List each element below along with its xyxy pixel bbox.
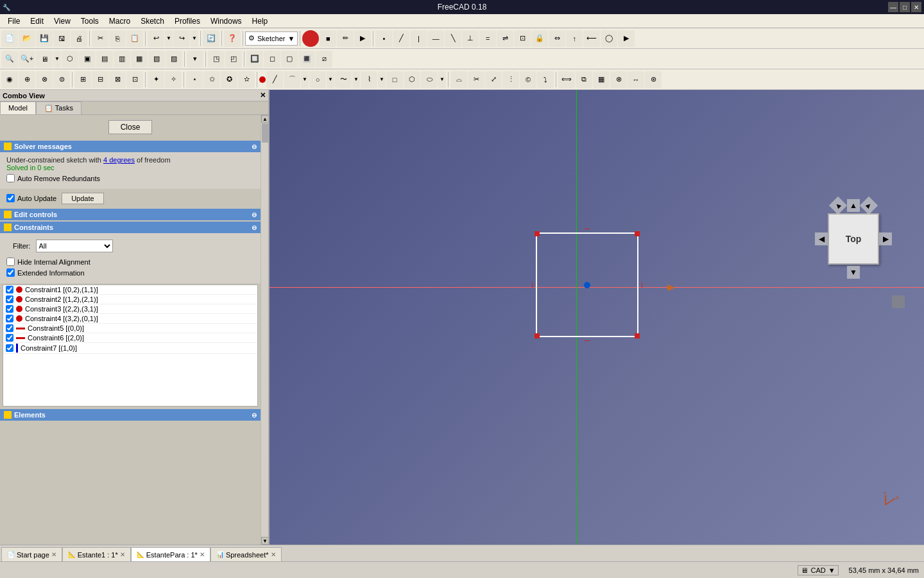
tab-estante1[interactable]: 📐 Estante1 : 1* ✕ [62,547,131,561]
hide-internal-checkbox[interactable] [6,258,15,266]
menu-macro[interactable]: Macro [104,15,135,27]
filter-dropdown[interactable]: All Normal Construction External [36,240,113,252]
hfix-button[interactable]: ⇔ [549,30,565,47]
sketch-tool-10[interactable]: ✧ [165,71,182,88]
move-btn[interactable]: ↔ [628,71,644,88]
tab-tasks[interactable]: 📋 Tasks [36,101,81,114]
select-button[interactable]: ▾ [187,51,203,67]
tab-start-page[interactable]: 📄 Start page ✕ [1,547,62,561]
estante1-close[interactable]: ✕ [120,551,125,558]
extended-info-checkbox[interactable] [6,268,15,277]
constraint-1-checkbox[interactable] [6,286,13,293]
circle-dropdown[interactable]: ▼ [327,71,334,88]
constraint-3-checkbox[interactable] [6,305,13,313]
polygon-tool[interactable]: ⬡ [404,71,420,88]
menu-file[interactable]: File [3,15,25,27]
undo-dropdown[interactable]: ▼ [165,30,173,47]
print-button[interactable]: 🖨 [71,30,87,47]
diag1-button[interactable]: ╲ [445,30,461,47]
point-button[interactable]: • [375,30,392,47]
sketch-extra-btn[interactable]: ⊛ [645,71,662,88]
stop-button[interactable] [302,30,319,47]
edit-controls-collapse-icon[interactable]: ⊖ [252,211,257,218]
orient-up-arrow[interactable]: ▲ [847,199,860,212]
vscroll-up-arrow[interactable]: ▲ [261,115,268,123]
update-button[interactable]: Update [62,193,103,204]
sketch-view4-btn[interactable]: 🔳 [298,51,315,67]
carbon-copy-btn[interactable]: © [520,71,536,88]
minimize-button[interactable]: — [888,2,898,12]
paste-button[interactable]: 📋 [126,30,143,47]
sketch-tool-13[interactable]: ✪ [221,71,237,88]
solver-collapse-icon[interactable]: ⊖ [252,143,257,150]
menu-profiles[interactable]: Profiles [169,15,205,27]
menu-help[interactable]: Help [247,15,273,27]
more-constraints-btn[interactable]: ▶ [618,30,635,47]
sketch-tool-8[interactable]: ⊡ [126,71,143,88]
orient-left-arrow[interactable]: ◀ [815,232,828,245]
sketch-tool-4[interactable]: ⊜ [53,71,70,88]
constraints-list[interactable]: Constraint1 [(0,2),(1,1)] Constraint2 [(… [3,285,258,407]
sketch-tool-6[interactable]: ⊟ [92,71,108,88]
polyline-dropdown[interactable]: ▼ [378,71,386,88]
redo-button[interactable]: ↪ [173,30,190,47]
stop-square-button[interactable]: ■ [320,30,336,47]
sketch-tool-5[interactable]: ⊞ [74,71,91,88]
orient-up-left-arrow[interactable]: ▲ [829,197,847,215]
start-page-close[interactable]: ✕ [51,551,56,558]
edit-button[interactable]: ✏ [337,30,354,47]
solver-messages-header[interactable]: Solver messages ⊖ [0,141,261,152]
save-as-button[interactable]: 🖫 [53,30,70,47]
canvas-area[interactable]: ▲ ▲ ▲ ◀ Top ▶ ▼ X Y [270,90,924,545]
front-view-button[interactable]: ▣ [79,51,96,67]
dimension-button[interactable]: ⟵ [583,30,600,47]
sketch-tool-3[interactable]: ⊗ [36,71,53,88]
display-dropdown[interactable]: ▼ [53,51,61,67]
vscroll-thumb[interactable] [262,123,268,143]
bspline-tool[interactable]: 〜 [335,71,352,88]
constraint-2-checkbox[interactable] [6,295,13,303]
top-view-button[interactable]: ▤ [96,51,113,67]
zoom-in-button[interactable]: 🔍+ [19,51,35,67]
save-file-button[interactable]: 💾 [36,30,53,47]
part-view1-btn[interactable]: ◳ [208,51,225,67]
workbench-dropdown[interactable]: ⚙ Sketcher ▼ [245,31,298,46]
vfix-button[interactable]: ↑ [566,30,583,47]
constraint-4-checkbox[interactable] [6,315,13,322]
tab-spreadsheet[interactable]: 📊 Spreadsheet* ✕ [210,547,282,561]
line-button[interactable]: ╱ [393,30,409,47]
arc-dropdown[interactable]: ▼ [301,71,309,88]
new-file-button[interactable]: 📄 [1,30,18,47]
left-panel-scroll[interactable]: Close Solver messages ⊖ Under-constraine… [0,115,261,545]
copy-button[interactable]: ⎘ [109,30,126,47]
close-button-titlebar[interactable]: ✕ [911,2,921,12]
constraint-7-checkbox[interactable] [6,344,13,352]
refresh-button[interactable]: 🔄 [203,30,219,47]
right-view-button[interactable]: ▥ [114,51,130,67]
sketch-tool-14[interactable]: ✫ [238,71,255,88]
open-file-button[interactable]: 📂 [19,30,35,47]
sketch-tool-9[interactable]: ✦ [148,71,164,88]
constraints-collapse-icon[interactable]: ⊖ [252,224,257,231]
tab-estantepara[interactable]: 📐 EstantePara : 1* ✕ [131,547,210,561]
sketch-tool-2[interactable]: ⊕ [19,71,35,88]
radius-button[interactable]: ◯ [601,30,617,47]
sym-button[interactable]: ⇌ [497,30,513,47]
block-button[interactable]: ⊡ [514,30,531,47]
back-view-button[interactable]: ▦ [131,51,148,67]
vscroll-down-arrow[interactable]: ▼ [261,537,268,545]
lock-button[interactable]: 🔒 [531,30,548,47]
point-tool[interactable] [259,76,266,83]
hline-button[interactable]: — [427,30,444,47]
sketch-view3-btn[interactable]: ▢ [281,51,298,67]
cut-button[interactable]: ✂ [92,30,108,47]
trim-tool[interactable]: ✂ [468,71,484,88]
line-tool[interactable]: ╱ [266,71,283,88]
combo-view-close-icon[interactable]: ✕ [260,91,266,100]
bspline-dropdown[interactable]: ▼ [352,71,360,88]
menu-windows[interactable]: Windows [205,15,247,27]
circle-tool[interactable]: ○ [309,71,326,88]
vline-button[interactable]: | [410,30,427,47]
sketch-view1-btn[interactable]: 🔲 [246,51,263,67]
arc-tool[interactable]: ⌒ [284,71,300,88]
